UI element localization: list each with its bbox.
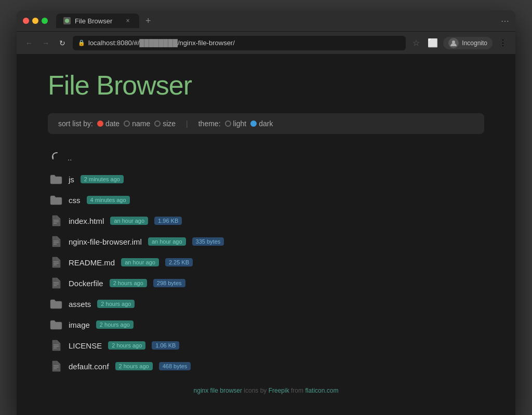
title-bar: File Browser × + ⋯ xyxy=(17,10,515,31)
size-badge: 468 bytes xyxy=(159,362,191,370)
list-item[interactable]: image 2 hours ago xyxy=(48,314,484,335)
file-name: nginx-file-browser.iml xyxy=(69,237,142,246)
footer-from-text: from xyxy=(291,387,305,394)
file-icon xyxy=(50,256,62,269)
size-badge: 2.25 KB xyxy=(165,258,193,266)
maximize-button[interactable] xyxy=(42,18,48,24)
forward-button[interactable]: → xyxy=(39,37,52,49)
url-hidden: ████████ xyxy=(139,39,178,47)
sort-name-option[interactable]: name xyxy=(124,119,150,128)
tab-search-icon[interactable]: ⬜ xyxy=(427,37,439,49)
file-name: default.conf xyxy=(69,362,109,371)
tab-title: File Browser xyxy=(75,17,112,25)
list-item[interactable]: assets 2 hours ago xyxy=(48,293,484,314)
new-tab-button[interactable]: + xyxy=(145,16,151,26)
traffic-lights xyxy=(23,18,48,24)
incognito-icon xyxy=(448,38,459,48)
more-button[interactable]: ⋮ xyxy=(497,37,509,49)
time-badge: 2 hours ago xyxy=(115,362,153,370)
sort-date-label: date xyxy=(105,119,119,128)
file-icon xyxy=(50,277,62,289)
url-bar[interactable]: 🔒 localhost:8080/#/████████/nginx-file-b… xyxy=(73,36,406,50)
list-item[interactable]: js 2 minutes ago xyxy=(48,169,484,190)
footer: nginx file browser icons by Freepik from… xyxy=(48,377,484,399)
size-badge: 298 bytes xyxy=(153,279,185,287)
minimize-button[interactable] xyxy=(32,18,38,24)
close-button[interactable] xyxy=(23,18,29,24)
theme-dark-option[interactable]: dark xyxy=(250,119,273,128)
file-name: assets xyxy=(69,300,91,309)
list-item[interactable]: index.html an hour ago 1.96 KB xyxy=(48,210,484,231)
list-item[interactable]: LICENSE 2 hours ago 1.06 KB xyxy=(48,335,484,356)
file-icon xyxy=(50,215,62,227)
back-label: .. xyxy=(68,153,72,162)
incognito-menu[interactable]: Incognito xyxy=(443,37,493,49)
sort-size-label: size xyxy=(163,119,176,128)
window-controls[interactable]: ⋯ xyxy=(501,16,509,26)
url-text: localhost:8080/#/████████/nginx-file-bro… xyxy=(88,39,235,47)
list-item[interactable]: css 4 minutes ago xyxy=(48,190,484,210)
theme-label: theme: xyxy=(198,119,221,128)
sort-divider: | xyxy=(186,119,188,128)
active-tab[interactable]: File Browser × xyxy=(56,14,139,28)
back-icon xyxy=(50,151,61,165)
list-item[interactable]: nginx-file-browser.iml an hour ago 335 b… xyxy=(48,231,484,252)
file-name: css xyxy=(69,196,81,205)
file-name: image xyxy=(69,320,90,329)
page-content: File Browser sort list by: date name siz… xyxy=(17,54,515,415)
bookmark-icon[interactable]: ☆ xyxy=(410,37,422,49)
time-badge: an hour ago xyxy=(148,237,186,246)
folder-icon xyxy=(50,194,62,206)
back-button[interactable]: ← xyxy=(23,37,35,49)
time-badge: 4 minutes ago xyxy=(87,196,130,204)
list-item[interactable]: default.conf 2 hours ago 468 bytes xyxy=(48,356,484,377)
file-name: js xyxy=(69,175,74,184)
theme-light-radio[interactable] xyxy=(225,121,231,127)
tab-favicon xyxy=(63,17,71,24)
theme-light-label: light xyxy=(233,119,247,128)
size-badge: 1.96 KB xyxy=(154,217,182,225)
sort-label: sort list by: xyxy=(58,119,93,128)
sort-size-radio[interactable] xyxy=(154,121,161,127)
page-title: File Browser xyxy=(48,70,484,101)
file-icon xyxy=(50,360,62,372)
footer-flaticon-link[interactable]: flaticon.com xyxy=(305,387,338,394)
footer-app-link[interactable]: nginx file browser xyxy=(194,387,242,394)
sort-date-radio[interactable] xyxy=(97,121,103,127)
time-badge: 2 hours ago xyxy=(108,341,145,350)
incognito-label: Incognito xyxy=(462,39,487,47)
back-item[interactable]: .. xyxy=(48,146,484,169)
theme-dark-label: dark xyxy=(259,119,273,128)
size-badge: 1.06 KB xyxy=(152,341,179,350)
footer-icons-text: icons by xyxy=(244,387,268,394)
time-badge: 2 hours ago xyxy=(110,279,147,287)
sort-name-radio[interactable] xyxy=(124,121,130,127)
file-name: LICENSE xyxy=(69,341,102,350)
file-name: README.md xyxy=(69,258,115,267)
sort-size-option[interactable]: size xyxy=(154,119,176,128)
address-bar: ← → ↻ 🔒 localhost:8080/#/████████/nginx-… xyxy=(17,31,515,54)
time-badge: an hour ago xyxy=(121,258,159,266)
footer-freepik-link[interactable]: Freepik xyxy=(269,387,289,394)
file-list: .. js 2 minutes ago css xyxy=(48,146,484,377)
list-item[interactable]: README.md an hour ago 2.25 KB xyxy=(48,252,484,273)
folder-icon xyxy=(50,298,62,310)
size-badge: 335 bytes xyxy=(192,237,224,246)
refresh-button[interactable]: ↻ xyxy=(56,37,69,49)
time-badge: 2 hours ago xyxy=(96,320,134,329)
time-badge: 2 hours ago xyxy=(97,300,135,308)
sort-name-label: name xyxy=(132,119,150,128)
sort-bar: sort list by: date name size | theme: li… xyxy=(48,113,484,134)
address-icons: ☆ ⬜ xyxy=(410,37,439,49)
list-item[interactable]: Dockerfile 2 hours ago 298 bytes xyxy=(48,273,484,293)
theme-dark-radio[interactable] xyxy=(250,121,257,127)
theme-light-option[interactable]: light xyxy=(225,119,247,128)
sort-date-option[interactable]: date xyxy=(97,119,119,128)
lock-icon: 🔒 xyxy=(78,39,85,46)
time-badge: 2 minutes ago xyxy=(81,175,124,183)
file-icon xyxy=(50,339,62,352)
time-badge: an hour ago xyxy=(110,217,148,225)
folder-icon xyxy=(50,173,62,185)
tab-close-button[interactable]: × xyxy=(124,17,132,25)
svg-point-0 xyxy=(65,19,69,23)
